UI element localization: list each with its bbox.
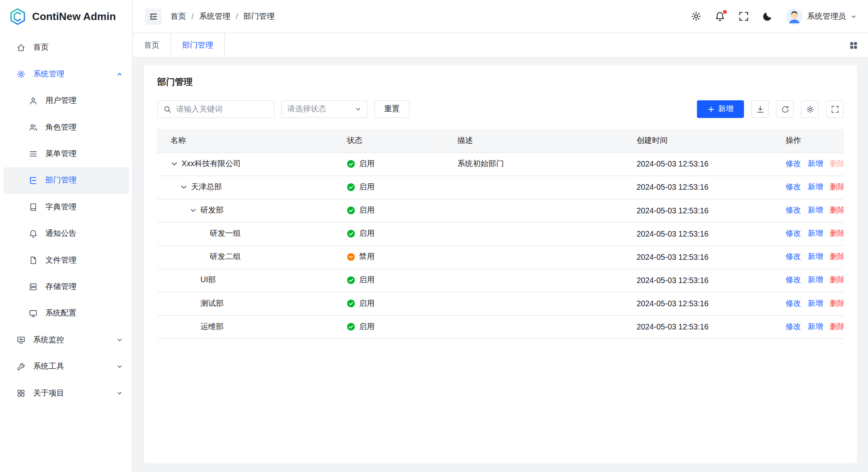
department-name: 测试部: [200, 299, 224, 309]
add-child-link[interactable]: 新增: [808, 252, 823, 262]
sidebar-item-menu-management[interactable]: 菜单管理: [3, 141, 129, 167]
add-child-link[interactable]: 新增: [808, 229, 823, 239]
breadcrumb-separator: /: [192, 12, 194, 21]
chevron-up-icon: [116, 70, 123, 78]
delete-link[interactable]: 删除: [830, 159, 844, 169]
row-actions: 修改新增删除: [786, 275, 837, 285]
enabled-check-circle-icon: [347, 183, 355, 191]
keyword-search-input[interactable]: [176, 104, 269, 113]
topbar-actions: 系统管理员: [691, 8, 857, 24]
delete-link[interactable]: 删除: [830, 322, 844, 332]
sidebar-collapse-button[interactable]: [145, 8, 161, 24]
sidebar-item-user-management[interactable]: 用户管理: [3, 88, 129, 114]
modify-link[interactable]: 修改: [786, 322, 801, 332]
add-child-link[interactable]: 新增: [808, 299, 823, 309]
book-icon: [29, 203, 38, 211]
sidebar-item-file-management[interactable]: 文件管理: [3, 247, 129, 273]
table-row: 研发部启用2024-05-03 12:53:16修改新增删除: [157, 199, 844, 222]
enabled-check-circle-icon: [347, 160, 355, 167]
modify-link[interactable]: 修改: [786, 159, 801, 169]
column-header-actions: 操作: [772, 129, 844, 152]
sidebar-item-about-project[interactable]: 关于项目: [0, 380, 132, 406]
add-child-link[interactable]: 新增: [808, 182, 823, 192]
row-expand-toggle[interactable]: [180, 183, 188, 191]
department-card: 部门管理 请选择状态 重置: [144, 65, 857, 463]
sidebar-item-label: 关于项目: [33, 388, 108, 398]
add-button[interactable]: 新增: [697, 100, 744, 118]
delete-link[interactable]: 删除: [830, 205, 844, 215]
storage-icon: [29, 282, 38, 291]
table-settings-button[interactable]: [801, 100, 819, 118]
main-area: 首页 / 系统管理 / 部门管理: [133, 0, 868, 472]
breadcrumb-item[interactable]: 系统管理: [199, 11, 230, 21]
breadcrumb-item[interactable]: 部门管理: [243, 11, 274, 21]
user-menu[interactable]: 系统管理员: [786, 8, 857, 24]
created-time: 2024-05-03 12:53:16: [637, 206, 709, 215]
tab-department-management[interactable]: 部门管理: [171, 33, 225, 57]
delete-link[interactable]: 删除: [830, 275, 844, 285]
table-fullscreen-button[interactable]: [826, 100, 844, 118]
modify-link[interactable]: 修改: [786, 229, 801, 239]
breadcrumb-item[interactable]: 首页: [170, 11, 186, 21]
add-child-link[interactable]: 新增: [808, 322, 823, 332]
add-child-link[interactable]: 新增: [808, 159, 823, 169]
chevron-down-icon: [850, 13, 857, 20]
export-button[interactable]: [751, 100, 769, 118]
sidebar-item-label: 系统配置: [45, 308, 76, 318]
status-badge: 禁用: [347, 252, 375, 262]
fullscreen-icon: [831, 105, 839, 113]
modify-link[interactable]: 修改: [786, 275, 801, 285]
column-header-description: 描述: [444, 129, 623, 152]
sidebar-item-system-management[interactable]: 系统管理: [0, 61, 132, 87]
column-header-created: 创建时间: [623, 129, 772, 152]
fullscreen-button[interactable]: [738, 11, 749, 22]
row-expand-toggle[interactable]: [170, 160, 178, 168]
enabled-check-circle-icon: [347, 299, 355, 307]
status-label: 启用: [359, 275, 375, 285]
delete-link[interactable]: 删除: [830, 229, 844, 239]
add-child-link[interactable]: 新增: [808, 205, 823, 215]
sidebar-item-dict-management[interactable]: 字典管理: [3, 194, 129, 220]
status-badge: 启用: [347, 321, 375, 331]
tab-home[interactable]: 首页: [133, 33, 171, 57]
sidebar-item-notice[interactable]: 通知公告: [3, 221, 129, 247]
row-expand-toggle[interactable]: [189, 207, 197, 214]
table-row: Xxx科技有限公司启用系统初始部门2024-05-03 12:53:16修改新增…: [157, 152, 844, 175]
department-name: 研发部: [200, 205, 224, 215]
dark-mode-button[interactable]: [762, 11, 773, 22]
modify-link[interactable]: 修改: [786, 299, 801, 309]
settings-button[interactable]: [691, 11, 701, 22]
modify-link[interactable]: 修改: [786, 182, 801, 192]
modify-link[interactable]: 修改: [786, 252, 801, 262]
delete-link[interactable]: 删除: [830, 182, 844, 192]
created-time: 2024-05-03 12:53:16: [637, 159, 709, 168]
reset-button[interactable]: 重置: [374, 100, 410, 118]
delete-link[interactable]: 删除: [830, 299, 844, 309]
refresh-button[interactable]: [776, 100, 794, 118]
status-select[interactable]: 请选择状态: [281, 100, 368, 118]
status-label: 启用: [359, 159, 375, 169]
sidebar-item-label: 系统监控: [33, 335, 108, 345]
delete-link[interactable]: 删除: [830, 252, 844, 262]
sidebar-item-system-config[interactable]: 系统配置: [3, 300, 129, 327]
table-header-row: 名称 状态 描述 创建时间 操作: [157, 129, 844, 152]
sidebar-item-label: 文件管理: [45, 255, 76, 265]
enabled-check-circle-icon: [347, 276, 355, 284]
notifications-button[interactable]: [715, 11, 725, 22]
user-icon: [29, 96, 38, 105]
sidebar-item-department-management[interactable]: 部门管理: [3, 167, 129, 194]
sidebar-item-system-tools[interactable]: 系统工具: [0, 353, 132, 380]
sidebar-item-role-management[interactable]: 角色管理: [3, 114, 129, 141]
enabled-check-circle-icon: [347, 323, 355, 330]
sidebar-item-home[interactable]: 首页: [0, 34, 132, 61]
app-logo[interactable]: ContiNew Admin: [0, 0, 132, 33]
sidebar-item-label: 系统管理: [33, 69, 108, 79]
table-row: 运维部启用2024-05-03 12:53:16修改新增删除: [157, 315, 844, 338]
add-child-link[interactable]: 新增: [808, 275, 823, 285]
created-time: 2024-05-03 12:53:16: [637, 299, 709, 308]
sidebar-item-storage-management[interactable]: 存储管理: [3, 273, 129, 300]
modify-link[interactable]: 修改: [786, 205, 801, 215]
sidebar-item-system-monitor[interactable]: 系统监控: [0, 327, 132, 353]
department-name: 运维部: [200, 322, 224, 332]
tab-actions-button[interactable]: [849, 33, 858, 57]
